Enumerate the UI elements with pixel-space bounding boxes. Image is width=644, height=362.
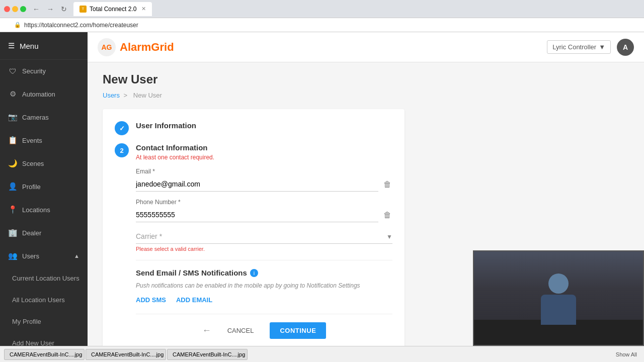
- profile-icon: 👤: [8, 182, 17, 191]
- tab-close-button[interactable]: ✕: [141, 6, 146, 12]
- logo-text: AlarmGrid: [120, 41, 174, 54]
- divider: [136, 260, 392, 260]
- browser-tab[interactable]: T Total Connect 2.0 ✕: [73, 2, 152, 16]
- notifications-title: Send Email / SMS Notifications: [136, 268, 247, 277]
- sidebar-security-label: Security: [22, 67, 46, 75]
- back-button[interactable]: ←: [202, 325, 211, 336]
- sidebar-item-current-location-users[interactable]: Current Location Users: [0, 267, 88, 289]
- svg-text:AG: AG: [102, 43, 112, 51]
- carrier-error: Please select a valid carrier.: [136, 246, 392, 252]
- scenes-icon: 🌙: [8, 159, 17, 168]
- page-title: New User: [103, 72, 629, 86]
- sidebar-item-my-profile[interactable]: My Profile: [0, 311, 88, 332]
- url-text[interactable]: https://totalconnect2.com/home/createuse…: [24, 22, 138, 29]
- step2-subtitle: At least one contact required.: [136, 154, 392, 161]
- breadcrumb-users-link[interactable]: Users: [103, 92, 120, 99]
- sidebar-item-events[interactable]: 📋 Events: [0, 129, 88, 152]
- phone-input-row: 🗑: [136, 208, 392, 222]
- sidebar-menu-header[interactable]: ☰ Menu: [0, 32, 88, 60]
- sidebar-scenes-label: Scenes: [22, 160, 44, 167]
- email-input-row: 🗑: [136, 177, 392, 192]
- menu-label: Menu: [20, 42, 39, 50]
- sidebar-item-profile[interactable]: 👤 Profile: [0, 175, 88, 198]
- logo-icon: AG: [98, 38, 116, 56]
- user-avatar[interactable]: A: [617, 39, 634, 56]
- sidebar-users-sub-items: Current Location Users All Location User…: [0, 267, 88, 346]
- controller-button[interactable]: Lyric Controller ▼: [547, 40, 611, 54]
- users-chevron-icon: ▲: [74, 253, 79, 259]
- step1-row: ✓ User Information: [115, 121, 392, 135]
- step1-check-icon: ✓: [119, 125, 125, 132]
- cancel-button[interactable]: CANCEL: [219, 323, 262, 338]
- email-input[interactable]: [136, 177, 378, 192]
- delete-phone-button[interactable]: 🗑: [382, 210, 392, 221]
- sidebar-item-scenes[interactable]: 🌙 Scenes: [0, 152, 88, 175]
- close-dot[interactable]: [4, 6, 10, 12]
- add-sms-button[interactable]: ADD SMS: [136, 296, 166, 304]
- secure-icon: 🔒: [14, 22, 21, 28]
- carrier-select[interactable]: Carrier * AT&T Verizon T-Mobile Sprint: [136, 229, 392, 244]
- step1-content: User Information: [136, 121, 392, 132]
- sidebar-users-section: 👥 Users ▲ Current Location Users All Loc…: [0, 244, 88, 346]
- step2-content: Contact Information At least one contact…: [136, 143, 392, 339]
- sidebar-events-label: Events: [22, 137, 42, 144]
- address-bar: 🔒 https://totalconnect2.com/home/createu…: [0, 18, 644, 32]
- events-icon: 📋: [8, 136, 17, 145]
- steps-card: ✓ User Information 2 Contact Information…: [103, 109, 405, 346]
- sidebar-item-dealer[interactable]: 🏢 Dealer: [0, 221, 88, 244]
- tab-favicon: T: [79, 6, 87, 13]
- sidebar-locations-label: Locations: [22, 206, 50, 214]
- carrier-wrapper: Carrier * AT&T Verizon T-Mobile Sprint ▼: [136, 229, 392, 244]
- maximize-dot[interactable]: [20, 6, 26, 12]
- action-row: ← CANCEL CONTINUE: [136, 314, 392, 339]
- minimize-dot[interactable]: [12, 6, 18, 12]
- add-email-button[interactable]: ADD EMAIL: [176, 296, 212, 304]
- sidebar-users-header[interactable]: 👥 Users ▲: [0, 244, 88, 267]
- phone-input[interactable]: [136, 208, 378, 222]
- controller-label: Lyric Controller: [552, 43, 596, 51]
- info-icon[interactable]: i: [250, 269, 258, 277]
- sidebar-item-add-new-user[interactable]: Add New User: [0, 332, 88, 346]
- logo: AG AlarmGrid: [98, 38, 174, 56]
- sidebar-cameras-label: Cameras: [22, 114, 49, 121]
- add-new-user-label: Add New User: [12, 339, 54, 346]
- video-overlay: [473, 250, 644, 346]
- step1-title: User Information: [136, 121, 392, 130]
- back-nav-button[interactable]: ←: [30, 4, 42, 14]
- step2-circle: 2: [115, 143, 129, 157]
- sidebar-item-security[interactable]: 🛡 Security: [0, 60, 88, 82]
- sidebar-item-automation[interactable]: ⚙ Automation: [0, 82, 88, 106]
- forward-nav-button[interactable]: →: [44, 4, 56, 14]
- person-head: [548, 274, 569, 294]
- user-initial: A: [623, 43, 628, 51]
- breadcrumb-current: New User: [133, 92, 162, 99]
- menu-icon: ☰: [8, 41, 15, 50]
- sidebar-automation-label: Automation: [22, 90, 55, 98]
- controller-chevron-icon: ▼: [599, 43, 605, 51]
- refresh-button[interactable]: ↻: [58, 4, 69, 14]
- phone-group: Phone Number * 🗑: [136, 199, 392, 222]
- header-right: Lyric Controller ▼ A: [547, 39, 634, 56]
- step2-number: 2: [120, 147, 123, 154]
- sidebar-item-all-location-users[interactable]: All Location Users: [0, 289, 88, 311]
- delete-email-button[interactable]: 🗑: [382, 179, 392, 190]
- carrier-group: Carrier * AT&T Verizon T-Mobile Sprint ▼…: [136, 229, 392, 252]
- notifications-title-row: Send Email / SMS Notifications i: [136, 268, 392, 277]
- continue-button[interactable]: CONTINUE: [270, 322, 326, 339]
- app-header: AG AlarmGrid Lyric Controller ▼ A: [88, 32, 644, 62]
- cameras-icon: 📷: [8, 113, 17, 122]
- sms-email-buttons: ADD SMS ADD EMAIL: [136, 296, 392, 304]
- users-icon: 👥: [8, 251, 17, 260]
- all-location-users-label: All Location Users: [12, 296, 65, 304]
- sidebar-item-locations[interactable]: 📍 Locations: [0, 198, 88, 221]
- my-profile-label: My Profile: [12, 318, 41, 325]
- email-group: Email * 🗑: [136, 168, 392, 192]
- sidebar-profile-label: Profile: [22, 183, 41, 191]
- browser-chrome: ← → ↻ T Total Connect 2.0 ✕: [0, 0, 644, 18]
- window-controls: [4, 6, 26, 12]
- tab-title: Total Connect 2.0: [90, 6, 136, 13]
- sidebar-item-cameras[interactable]: 📷 Cameras: [0, 106, 88, 129]
- sidebar: ☰ Menu 🛡 Security ⚙ Automation 📷 Cameras…: [0, 32, 88, 346]
- breadcrumb-separator: >: [124, 92, 128, 99]
- sidebar-users-label: Users: [22, 252, 39, 260]
